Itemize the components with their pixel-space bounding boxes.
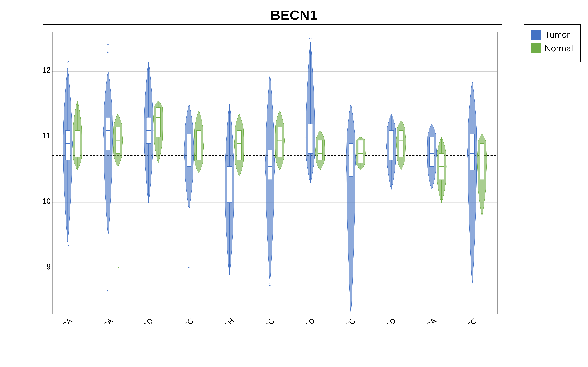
svg-rect-90 <box>430 137 434 167</box>
svg-text:KICH: KICH <box>217 316 235 324</box>
svg-text:UCEC: UCEC <box>458 316 478 324</box>
svg-text:LUSC: LUSC <box>337 316 357 324</box>
svg-text:HNSC: HNSC <box>174 316 195 324</box>
svg-rect-52 <box>237 131 242 160</box>
svg-rect-15 <box>75 131 80 157</box>
legend-color-tumor <box>531 30 541 40</box>
svg-point-24 <box>107 51 109 53</box>
svg-point-13 <box>67 61 69 63</box>
svg-point-14 <box>67 244 69 246</box>
svg-point-60 <box>269 284 271 285</box>
svg-text:COAD: COAD <box>134 316 155 324</box>
legend-label-normal: Normal <box>545 43 573 53</box>
svg-text:9: 9 <box>47 262 51 271</box>
svg-rect-48 <box>227 167 232 203</box>
svg-rect-44 <box>197 131 201 160</box>
legend-item-tumor: Tumor <box>531 30 573 40</box>
svg-rect-86 <box>399 131 403 157</box>
svg-point-23 <box>107 290 109 292</box>
chart-area: 9101112BLCABRCACOADHNSCKICHKIRCLUADLUSCP… <box>43 25 502 324</box>
svg-rect-35 <box>156 108 161 137</box>
svg-text:BLCA: BLCA <box>54 316 74 324</box>
svg-point-69 <box>310 38 311 40</box>
svg-text:BRCA: BRCA <box>94 316 114 324</box>
legend-label-tumor: Tumor <box>545 30 570 40</box>
svg-text:THCA: THCA <box>418 316 438 324</box>
svg-rect-9 <box>65 131 70 160</box>
svg-text:12: 12 <box>43 66 51 74</box>
svg-rect-56 <box>268 150 272 180</box>
svg-rect-19 <box>106 117 110 150</box>
svg-text:LUAD: LUAD <box>297 316 316 324</box>
svg-rect-65 <box>308 124 313 153</box>
svg-point-98 <box>441 228 442 230</box>
svg-rect-82 <box>389 131 394 160</box>
svg-rect-70 <box>318 140 322 160</box>
svg-text:11: 11 <box>43 131 51 140</box>
svg-text:10: 10 <box>43 197 51 206</box>
svg-rect-61 <box>277 127 282 157</box>
chart-container: BECN1 mRNA Expression (RNASeq V2, log2) … <box>0 0 588 367</box>
svg-point-25 <box>107 44 109 46</box>
chart-title: BECN1 <box>271 7 318 23</box>
legend-item-normal: Normal <box>531 43 573 53</box>
violin-plot-svg: 9101112BLCABRCACOADHNSCKICHKIRCLUADLUSCP… <box>43 25 502 324</box>
svg-text:KIRC: KIRC <box>258 316 276 324</box>
svg-rect-103 <box>480 144 484 180</box>
legend: Tumor Normal <box>524 25 581 62</box>
svg-rect-99 <box>470 134 475 170</box>
svg-rect-78 <box>358 140 363 163</box>
svg-text:PRAD: PRAD <box>377 316 398 324</box>
legend-color-normal <box>531 43 541 53</box>
